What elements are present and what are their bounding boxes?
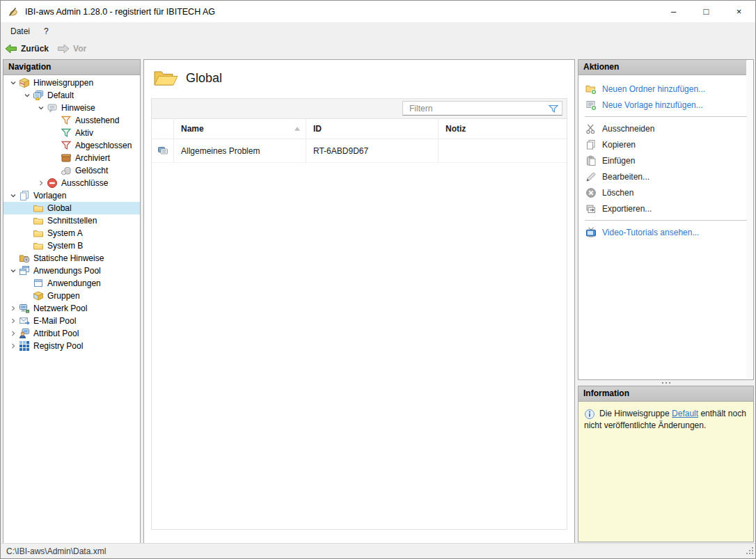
action-label: Neuen Ordner hinzufügen... [602, 84, 705, 94]
action-ausschneiden[interactable]: Ausschneiden [578, 120, 753, 136]
chevron-spacer [22, 215, 33, 226]
nav-item-schnittstellen[interactable]: Schnittstellen [3, 214, 140, 227]
chevron-right-icon[interactable] [8, 303, 19, 314]
column-header-icon [152, 119, 174, 139]
nav-item-label: Vorlagen [33, 191, 66, 200]
folder-icon [33, 240, 44, 251]
minimize-button[interactable]: – [657, 1, 690, 22]
action-einf-gen[interactable]: Einfügen [578, 152, 753, 168]
nav-item-label: Attribut Pool [33, 329, 79, 338]
nav-item-abgeschlossen[interactable]: Abgeschlossen [3, 139, 140, 152]
nav-item-global[interactable]: Global [3, 202, 140, 214]
chevron-down-icon[interactable] [8, 265, 19, 276]
nav-item-label: Global [47, 203, 72, 213]
nav-tree: HinweisgruppenDefaultHinweiseAusstehendA… [3, 75, 140, 352]
action-label: Einfügen [602, 156, 635, 166]
nav-item-hinweise[interactable]: Hinweise [3, 102, 140, 114]
menubar: Datei ? [1, 22, 755, 40]
action-exportieren[interactable]: Exportieren... [578, 200, 753, 216]
action-label: Bearbeiten... [602, 172, 649, 182]
content-panel: Global NameIDNotiz Allgemeines ProblemRT… [143, 59, 575, 544]
nav-item-vorlagen[interactable]: Vorlagen [3, 189, 140, 202]
action-bearbeiten[interactable]: Bearbeiten... [578, 168, 753, 184]
action-l-schen[interactable]: Löschen [578, 184, 753, 200]
nav-item-label: Statische Hinweise [33, 253, 104, 263]
nav-item-default[interactable]: Default [3, 89, 140, 102]
filter-funnel-icon[interactable] [548, 103, 559, 114]
chevron-down-icon[interactable] [36, 102, 47, 113]
chevron-spacer [49, 127, 61, 139]
column-header-id[interactable]: ID [306, 119, 439, 139]
nav-item-ausstehend[interactable]: Ausstehend [3, 114, 140, 127]
back-button-label: Zurück [21, 44, 49, 54]
resize-grip-icon[interactable] [745, 546, 754, 557]
back-arrow-icon [5, 43, 17, 54]
nav-item-label: Registry Pool [33, 341, 83, 351]
maximize-button[interactable]: □ [690, 1, 723, 22]
nav-item-e-mail-pool[interactable]: E-Mail Pool [3, 315, 140, 327]
default-group-link[interactable]: Default [672, 409, 698, 418]
group-icon [33, 290, 44, 301]
menu-datei[interactable]: Datei [3, 22, 37, 40]
nav-item-label: Ausstehend [75, 116, 119, 125]
nav-item-anwendungs-pool[interactable]: Anwendungs Pool [3, 265, 140, 277]
actions-list: Neuen Ordner hinzufügen...Neue Vorlage h… [578, 75, 753, 240]
chevron-spacer [22, 203, 33, 214]
actions-panel-header: Aktionen [578, 60, 747, 75]
nav-item-gruppen[interactable]: Gruppen [3, 290, 140, 302]
action-video-tutorials-ansehen[interactable]: Video-Tutorials ansehen... [578, 224, 753, 240]
filter-input[interactable] [403, 102, 549, 116]
funnel-green-icon [61, 127, 72, 139]
nav-item-attribut-pool[interactable]: Attribut Pool [3, 327, 140, 340]
nav-item-label: Gelöscht [75, 166, 108, 175]
nav-item-archiviert[interactable]: Archiviert [3, 152, 140, 164]
nav-item-netzwerk-pool[interactable]: Netzwerk Pool [3, 302, 140, 315]
static-notes-icon [19, 253, 30, 264]
forward-button[interactable]: Vor [53, 43, 90, 54]
folder-icon [33, 215, 44, 226]
nav-item-ausschl-sse[interactable]: Ausschlüsse [3, 177, 140, 189]
nav-item-statische-hinweise[interactable]: Statische Hinweise [3, 252, 140, 265]
statusbar: C:\IBI-aws\Admin\Data.xml [1, 543, 755, 558]
nav-item-system-b[interactable]: System B [3, 239, 140, 252]
row-name-cell: Allgemeines Problem [174, 139, 306, 162]
chevron-right-icon[interactable] [8, 315, 19, 326]
nav-item-anwendungen[interactable]: Anwendungen [3, 277, 140, 290]
column-header-notiz[interactable]: Notiz [439, 119, 567, 139]
column-header-name[interactable]: Name [174, 119, 306, 139]
chevron-down-icon[interactable] [22, 90, 33, 101]
info-icon [584, 409, 595, 420]
chevron-right-icon[interactable] [36, 178, 47, 189]
chevron-right-icon[interactable] [8, 340, 19, 352]
chevron-down-icon[interactable] [8, 77, 19, 88]
chevron-spacer [22, 278, 33, 289]
back-button[interactable]: Zurück [1, 43, 53, 54]
package-icon [19, 77, 30, 88]
page-title: Global [186, 71, 222, 86]
action-neuen-ordner-hinzuf-gen[interactable]: Neuen Ordner hinzufügen... [578, 81, 753, 97]
nav-item-label: Hinweise [61, 103, 95, 113]
action-neue-vorlage-hinzuf-gen[interactable]: Neue Vorlage hinzufügen... [578, 97, 753, 113]
chevron-spacer [22, 240, 33, 251]
row-icon-cell [152, 139, 174, 162]
navigation-panel: Navigation HinweisgruppenDefaultHinweise… [3, 59, 141, 544]
panel-splitter[interactable] [578, 380, 754, 386]
chevron-spacer [49, 115, 61, 126]
table-row[interactable]: Allgemeines ProblemRT-6ABD9D67 [152, 139, 567, 163]
nav-item-hinweisgruppen[interactable]: Hinweisgruppen [3, 77, 140, 89]
nav-item-registry-pool[interactable]: Registry Pool [3, 340, 140, 352]
chevron-right-icon[interactable] [8, 328, 19, 339]
chevron-down-icon[interactable] [8, 190, 19, 201]
template-item-icon [157, 145, 168, 157]
email-icon [19, 315, 30, 326]
nav-item-system-a[interactable]: System A [3, 227, 140, 239]
window-icon [33, 278, 44, 289]
cut-icon [585, 123, 597, 134]
close-button[interactable]: × [723, 1, 755, 22]
action-kopieren[interactable]: Kopieren [578, 136, 753, 152]
nav-item-aktiv[interactable]: Aktiv [3, 127, 140, 139]
nav-item-gel-scht[interactable]: Gelöscht [3, 164, 140, 177]
nav-item-label: Netzwerk Pool [33, 304, 87, 313]
menu-help[interactable]: ? [37, 22, 56, 40]
action-label: Neue Vorlage hinzufügen... [602, 100, 703, 110]
